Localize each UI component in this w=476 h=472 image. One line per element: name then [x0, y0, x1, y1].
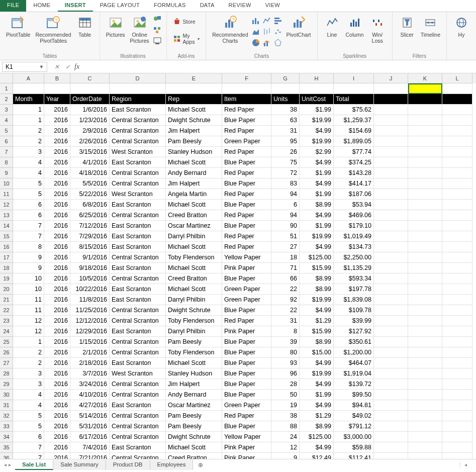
tab-home[interactable]: HOME [26, 0, 57, 12]
cell[interactable]: 2016 [44, 147, 70, 157]
cell[interactable]: 6 [13, 210, 44, 221]
cell[interactable]: $414.17 [334, 178, 374, 189]
cell[interactable] [442, 273, 472, 284]
cell[interactable]: Jim Halpert [166, 178, 222, 189]
sheet-tab[interactable]: Sale Summary [53, 460, 106, 470]
cell[interactable]: 2016 [44, 411, 70, 421]
cell[interactable] [408, 295, 442, 305]
bar-chart-button[interactable] [273, 16, 283, 26]
cell[interactable]: East Scranton [110, 231, 166, 242]
cell[interactable]: 2016 [44, 242, 70, 252]
cell[interactable]: $127.92 [334, 326, 374, 337]
cell[interactable] [374, 94, 408, 105]
cell[interactable]: 2016 [44, 189, 70, 200]
cell[interactable]: 2016 [44, 273, 70, 284]
cell[interactable]: Central Scranton [110, 126, 166, 136]
cell[interactable]: 11 [13, 305, 44, 316]
cell[interactable] [442, 284, 472, 295]
cell[interactable]: Blue Paper [222, 115, 271, 126]
cell[interactable]: Darryl Philbin [166, 326, 222, 337]
cell[interactable] [442, 126, 472, 136]
cell[interactable]: Blue Paper [222, 337, 271, 347]
row-header[interactable]: 23 [0, 316, 13, 326]
cell[interactable]: 7 [13, 231, 44, 242]
cell[interactable]: 2016 [44, 168, 70, 178]
row-header[interactable]: 2 [0, 94, 13, 105]
cell[interactable]: $1.29 [300, 316, 334, 326]
cell[interactable] [374, 252, 408, 263]
cell[interactable] [374, 442, 408, 453]
cell[interactable]: $19.99 [300, 368, 334, 379]
cell[interactable] [374, 421, 408, 432]
cell[interactable]: 92 [271, 295, 300, 305]
cell[interactable]: 22 [271, 284, 300, 295]
row-header[interactable]: 10 [0, 178, 13, 189]
cell[interactable]: Michael Scott [166, 442, 222, 453]
cell[interactable] [408, 242, 442, 252]
cell[interactable]: Blue Paper [222, 305, 271, 316]
cell[interactable] [442, 305, 472, 316]
cell[interactable]: 66 [271, 273, 300, 284]
cell[interactable]: $19.99 [300, 115, 334, 126]
cell[interactable]: $99.50 [334, 390, 374, 400]
cell[interactable]: Pam Beesly [166, 337, 222, 347]
cell[interactable]: 31 [271, 126, 300, 136]
cell[interactable]: West Scranton [110, 147, 166, 157]
cell[interactable]: $4.99 [300, 358, 334, 368]
cell[interactable]: $4.99 [300, 442, 334, 453]
cell[interactable]: 1/23/2016 [70, 115, 110, 126]
cell[interactable]: Pink Paper [222, 442, 271, 453]
cell[interactable]: $39.99 [334, 316, 374, 326]
cell[interactable] [408, 442, 442, 453]
cell[interactable]: 2 [13, 347, 44, 358]
cell[interactable]: $15.99 [300, 263, 334, 273]
row-header[interactable]: 8 [0, 157, 13, 168]
row-header[interactable]: 30 [0, 390, 13, 400]
cell[interactable]: $94.81 [334, 400, 374, 411]
screenshot-button[interactable] [152, 36, 162, 46]
cell[interactable]: 5 [13, 189, 44, 200]
cell[interactable]: Andy Bernard [166, 168, 222, 178]
cell[interactable] [408, 347, 442, 358]
cell[interactable] [442, 411, 472, 421]
cell[interactable]: Dwight Schrute [166, 432, 222, 442]
pictures-button[interactable]: Pictures [104, 14, 127, 39]
cell[interactable]: Pink Paper [222, 263, 271, 273]
cell[interactable]: Region [110, 94, 166, 105]
cell[interactable] [442, 421, 472, 432]
cell[interactable]: $125.00 [300, 252, 334, 263]
cell[interactable]: $4.99 [300, 178, 334, 189]
cell[interactable]: $15.99 [300, 326, 334, 337]
cell[interactable]: 12 [13, 326, 44, 337]
cell[interactable]: Blue Paper [222, 221, 271, 231]
cell[interactable]: 2016 [44, 295, 70, 305]
cell[interactable]: Pink Paper [222, 326, 271, 337]
cell[interactable]: 2 [13, 126, 44, 136]
recommended-pivottables-button[interactable]: ? Recommended PivotTables [33, 14, 73, 45]
row-header[interactable]: 6 [0, 136, 13, 147]
cell[interactable] [442, 337, 472, 347]
cell[interactable]: 6 [13, 432, 44, 442]
column-header[interactable]: L [442, 73, 472, 83]
cell[interactable]: $125.00 [300, 432, 334, 442]
cell[interactable]: 26 [271, 147, 300, 157]
cell[interactable]: 2/1/2016 [70, 347, 110, 358]
cell[interactable]: Central Scranton [110, 337, 166, 347]
cell[interactable]: 2016 [44, 178, 70, 189]
cell[interactable]: 11/8/2016 [70, 295, 110, 305]
cell[interactable]: OrderDate [70, 94, 110, 105]
cell[interactable]: $4.99 [300, 157, 334, 168]
cell[interactable]: 2016 [44, 368, 70, 379]
row-header[interactable]: 21 [0, 295, 13, 305]
cell[interactable]: 7/12/2016 [70, 221, 110, 231]
row-header[interactable]: 11 [0, 189, 13, 200]
cell[interactable]: 4 [13, 157, 44, 168]
cell[interactable] [408, 231, 442, 242]
cell[interactable]: 18 [271, 252, 300, 263]
cell[interactable]: East Scranton [110, 200, 166, 210]
cell[interactable]: $19.99 [300, 295, 334, 305]
cell[interactable]: 6/25/2016 [70, 210, 110, 221]
cell[interactable] [408, 105, 442, 115]
cell[interactable] [442, 221, 472, 231]
cell[interactable]: 38 [271, 411, 300, 421]
